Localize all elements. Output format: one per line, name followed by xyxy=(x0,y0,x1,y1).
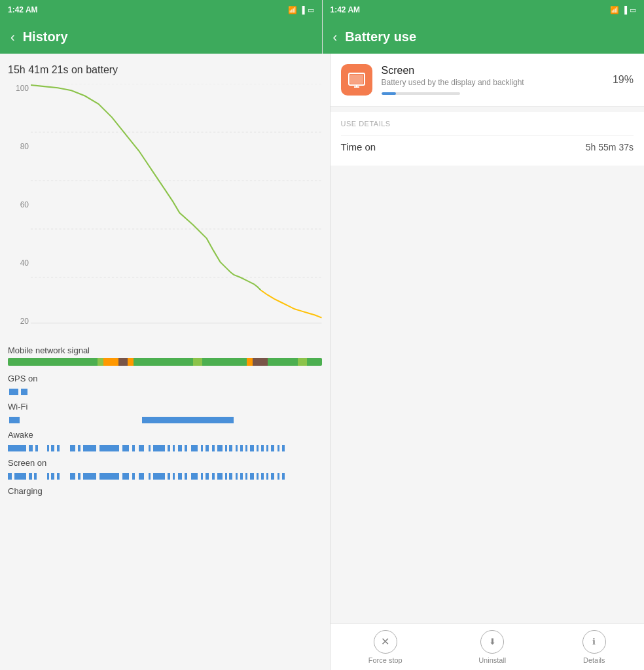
svg-rect-24 xyxy=(153,445,165,451)
header-row: ‹ History ‹ Battery use xyxy=(0,20,644,54)
svg-rect-41 xyxy=(261,445,264,451)
svg-rect-75 xyxy=(245,473,247,480)
battery-item-name: Screen xyxy=(382,65,605,77)
svg-rect-9 xyxy=(142,417,234,423)
svg-rect-59 xyxy=(139,473,144,480)
svg-rect-81 xyxy=(277,473,279,480)
uninstall-button[interactable]: ⬇ Uninstall xyxy=(478,630,506,664)
svg-rect-19 xyxy=(99,445,119,451)
wifi-bars xyxy=(8,414,322,421)
svg-rect-13 xyxy=(47,445,49,451)
right-status-time: 1:42 AM xyxy=(331,5,611,14)
chart-y-labels: 100 80 60 40 20 xyxy=(8,84,29,332)
uninstall-label: Uninstall xyxy=(478,656,506,664)
svg-rect-16 xyxy=(70,445,75,451)
force-stop-label: Force stop xyxy=(368,656,402,664)
time-on-row: Time on 5h 55m 37s xyxy=(341,135,634,158)
status-bar-row: 1:42 AM 📶 ▐ ▭ 1:42 AM 📶 ▐ ▭ xyxy=(0,0,644,20)
network-signal-bar xyxy=(8,358,322,366)
svg-rect-54 xyxy=(78,473,80,480)
details-button[interactable]: ℹ Details xyxy=(582,630,606,664)
svg-rect-76 xyxy=(250,473,254,480)
force-stop-icon: ✕ xyxy=(374,630,397,654)
right-back-button[interactable]: ‹ xyxy=(333,29,338,44)
bottom-action-bar: ✕ Force stop ⬇ Uninstall ℹ Details xyxy=(331,623,645,670)
chart-svg-container xyxy=(31,84,322,326)
svg-rect-61 xyxy=(153,473,165,480)
signal-icon-r: ▐ xyxy=(622,6,627,14)
wifi-section: Wi-Fi xyxy=(8,402,322,421)
awake-section: Awake xyxy=(8,430,322,449)
svg-rect-21 xyxy=(132,445,135,451)
svg-rect-10 xyxy=(8,445,26,451)
svg-rect-36 xyxy=(236,445,238,451)
gps-on-bars xyxy=(8,386,322,393)
svg-rect-55 xyxy=(83,473,96,480)
svg-rect-46 xyxy=(8,473,12,480)
left-panel: 15h 41m 21s on battery 100 80 60 40 20 xyxy=(0,54,330,670)
svg-rect-65 xyxy=(185,473,187,480)
svg-rect-29 xyxy=(191,445,198,451)
svg-rect-78 xyxy=(261,473,264,480)
svg-rect-72 xyxy=(229,473,232,480)
right-spacer xyxy=(331,166,645,623)
charging-bars xyxy=(8,499,322,505)
use-details-section: USE DETAILS Time on 5h 55m 37s xyxy=(331,112,645,166)
svg-rect-57 xyxy=(122,473,129,480)
svg-rect-32 xyxy=(212,445,215,451)
svg-rect-69 xyxy=(212,473,215,480)
chart-label-80: 80 xyxy=(8,142,29,151)
svg-rect-35 xyxy=(229,445,232,451)
svg-rect-43 xyxy=(271,445,274,451)
svg-rect-80 xyxy=(271,473,274,480)
battery-item-card: Screen Battery used by the display and b… xyxy=(331,54,645,107)
svg-rect-37 xyxy=(240,445,243,451)
time-on-label: Time on xyxy=(341,141,376,152)
uninstall-icon: ⬇ xyxy=(480,630,504,654)
right-header-title: Battery use xyxy=(345,29,416,44)
network-signal-section: Mobile network signal xyxy=(8,345,322,366)
svg-rect-71 xyxy=(225,473,227,480)
right-panel: Screen Battery used by the display and b… xyxy=(331,54,645,670)
svg-rect-84 xyxy=(350,75,363,84)
chart-label-100: 100 xyxy=(8,84,29,93)
left-status-icons: 📶 ▐ ▭ xyxy=(288,6,314,14)
svg-rect-38 xyxy=(245,445,247,451)
svg-rect-68 xyxy=(206,473,209,480)
left-back-button[interactable]: ‹ xyxy=(10,29,15,44)
wifi-bars-svg xyxy=(8,417,322,423)
svg-rect-50 xyxy=(47,473,49,480)
chart-label-20: 20 xyxy=(8,317,29,326)
svg-rect-64 xyxy=(178,473,182,480)
wifi-icon: 📶 xyxy=(288,6,297,14)
charging-label: Charging xyxy=(8,486,322,496)
network-signal-label: Mobile network signal xyxy=(8,345,322,355)
awake-bars-svg xyxy=(8,445,322,451)
svg-rect-22 xyxy=(139,445,144,451)
svg-rect-49 xyxy=(34,473,37,480)
svg-rect-23 xyxy=(149,445,151,451)
svg-rect-26 xyxy=(173,445,175,451)
battery-item-desc: Battery used by the display and backligh… xyxy=(382,78,605,87)
battery-progress-bar xyxy=(382,92,460,95)
chart-label-40: 40 xyxy=(8,258,29,268)
details-icon: ℹ xyxy=(582,630,606,654)
battery-percent: 19% xyxy=(613,74,634,86)
force-stop-button[interactable]: ✕ Force stop xyxy=(368,630,402,664)
charging-section: Charging xyxy=(8,486,322,505)
battery-chart-area: 100 80 60 40 20 xyxy=(8,84,322,332)
wifi-icon-r: 📶 xyxy=(610,6,619,14)
gps-on-label: GPS on xyxy=(8,374,322,383)
svg-rect-51 xyxy=(51,473,54,480)
svg-rect-8 xyxy=(9,417,20,423)
svg-rect-30 xyxy=(201,445,203,451)
gps-bars-svg xyxy=(8,389,322,395)
main-content: 15h 41m 21s on battery 100 80 60 40 20 xyxy=(0,54,644,670)
svg-rect-28 xyxy=(185,445,187,451)
svg-rect-42 xyxy=(266,445,268,451)
svg-rect-62 xyxy=(168,473,170,480)
svg-rect-39 xyxy=(250,445,254,451)
details-label: Details xyxy=(583,656,605,664)
screen-on-section: Screen on xyxy=(8,458,322,477)
svg-rect-63 xyxy=(173,473,175,480)
